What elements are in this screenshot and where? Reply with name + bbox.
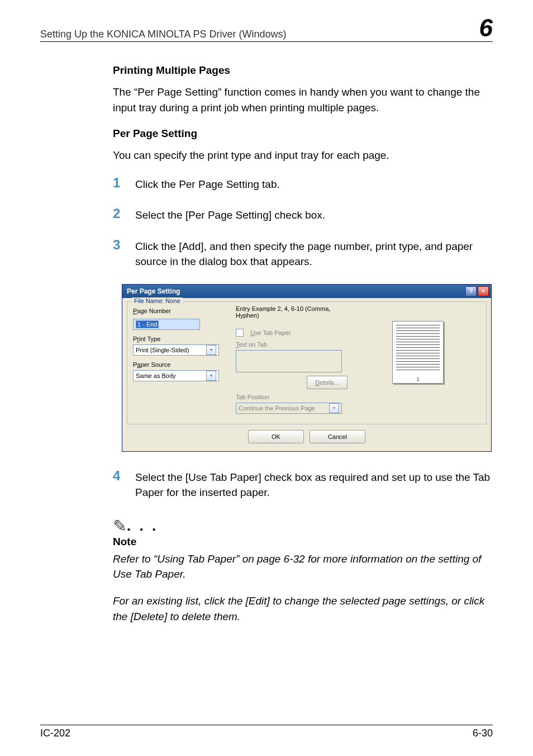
print-type-select[interactable]: Print (Single-Sided) ▾: [133, 344, 219, 356]
chevron-down-icon: ▾: [329, 403, 339, 413]
file-name-label: File Name: None: [132, 297, 183, 304]
entry-example: Entry Example 2, 4, 6-10 (Comma, Hyphen): [236, 305, 348, 319]
tab-position-select: Continue the Previous Page ▾: [236, 403, 342, 414]
footer-left: IC-202: [40, 727, 70, 739]
paper-source-label: Paper Source: [133, 361, 228, 368]
step-text-4: Select the [Use Tab Paper] check box as …: [135, 469, 493, 500]
chevron-down-icon: ▾: [206, 345, 216, 355]
chevron-down-icon: ▾: [206, 371, 216, 381]
print-type-label: Print Type: [133, 336, 228, 342]
note-paragraph-2: For an existing list, click the [Edit] t…: [113, 593, 493, 624]
checkbox-icon: [236, 329, 244, 337]
step-number-1: 1: [113, 176, 135, 190]
section-multiple-pages-text: The “Per Page Setting” function comes in…: [113, 84, 493, 115]
tab-position-label: Tab Position: [236, 394, 348, 400]
per-page-setting-dialog: Per Page Setting ? × File Name: None Pag…: [122, 284, 492, 452]
section-per-page-heading: Per Page Setting: [113, 127, 493, 140]
step-number-4: 4: [113, 469, 135, 483]
details-button: Details...: [307, 376, 348, 389]
page-header-title: Setting Up the KONICA MINOLTA PS Driver …: [40, 29, 286, 40]
footer-right: 6-30: [473, 727, 493, 739]
step-text-3: Click the [Add], and then specify the pa…: [135, 238, 493, 270]
step-number-2: 2: [113, 206, 135, 221]
page-number-input[interactable]: 1 - End: [133, 319, 200, 330]
text-on-tab-input: [236, 350, 342, 372]
cancel-button[interactable]: Cancel: [310, 430, 365, 443]
step-text-2: Select the [Per Page Setting] check box.: [135, 206, 325, 223]
page-number-label: Page Number: [133, 308, 228, 314]
note-paragraph-1: Refer to “Using Tab Paper” on page 6-32 …: [113, 551, 493, 582]
use-tab-paper-checkbox[interactable]: Use Tab Paper: [236, 329, 348, 337]
dialog-title: Per Page Setting: [127, 287, 180, 295]
section-per-page-text: You can specify the print type and input…: [113, 148, 493, 163]
ok-button[interactable]: OK: [248, 430, 304, 443]
paper-source-select[interactable]: Same as Body ▾: [133, 370, 219, 381]
text-on-tab-label: Text on Tab: [236, 341, 348, 348]
note-heading: Note: [113, 536, 493, 548]
dialog-help-button[interactable]: ?: [465, 286, 477, 296]
page-preview-thumbnail: [392, 321, 444, 384]
note-dots-icon: . . .: [127, 517, 158, 534]
section-multiple-pages-heading: Printing Multiple Pages: [113, 64, 493, 77]
dialog-close-button[interactable]: ×: [478, 286, 489, 296]
step-text-1: Click the Per Page Setting tab.: [135, 176, 280, 192]
step-number-3: 3: [113, 238, 135, 252]
note-pencil-icon: ✎: [113, 517, 127, 535]
page-header-chapter: 6: [479, 16, 493, 40]
